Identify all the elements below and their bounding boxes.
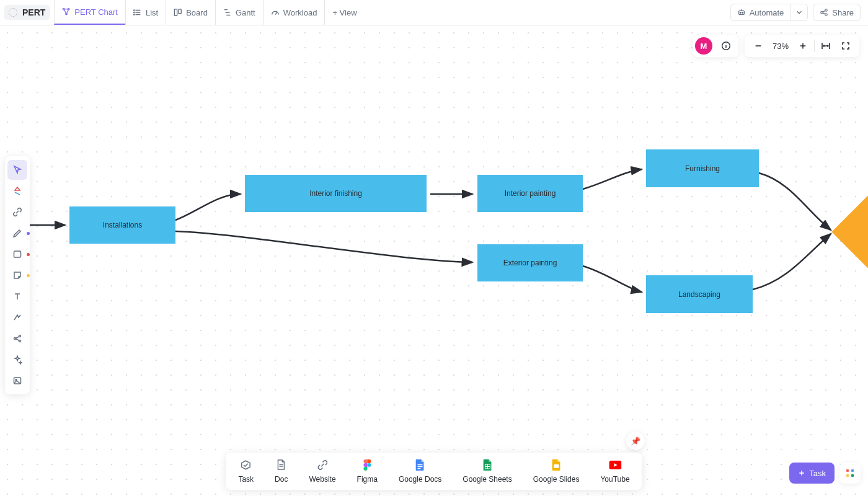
tool-mindmap[interactable] [7,329,27,348]
svg-point-9 [740,12,741,14]
edge[interactable] [175,231,472,262]
node-interior-finishing[interactable]: Interior finishing [245,175,427,212]
apps-grid-icon [845,468,855,478]
edge[interactable] [583,169,642,189]
dock-label: Doc [275,475,288,484]
node-installations[interactable]: Installations [69,206,175,244]
google-docs-icon [414,459,427,471]
pert-canvas[interactable]: Installations Interior finishing Interio… [0,25,868,496]
node-label: Landscaping [678,290,720,299]
tab-label: PERT Chart [74,7,118,17]
dock-task[interactable]: Task [238,459,254,484]
apps-button[interactable] [839,463,861,484]
fit-width-button[interactable] [816,35,836,57]
node-label: Furnishing [685,164,720,173]
website-icon [316,459,329,471]
minus-icon [754,42,763,50]
svg-rect-22 [418,464,423,465]
diagram-edges [0,25,868,496]
tab-gantt[interactable]: Gantt [215,0,263,25]
node-interior-painting[interactable]: Interior painting [477,175,583,212]
dock-figma[interactable]: Figma [357,459,378,484]
fullscreen-button[interactable] [836,35,856,57]
tool-rectangle[interactable] [7,244,27,264]
node-landscaping[interactable]: Landscaping [646,275,753,313]
dock-label: Google Slides [533,475,580,484]
automate-button[interactable]: Automate [730,4,791,21]
status-circle-icon [9,8,17,17]
project-title-chip[interactable]: PERT [4,5,50,20]
svg-point-10 [742,12,743,14]
plus-icon [799,42,807,50]
tool-image[interactable] [7,371,27,391]
tab-pert-chart[interactable]: PERT Chart [54,0,125,25]
dock-website[interactable]: Website [309,459,335,484]
tool-sticky[interactable] [7,265,27,285]
dock-google-sheets[interactable]: Google Sheets [463,459,512,484]
avatar[interactable]: M [695,37,712,55]
edge[interactable] [583,266,642,292]
dock-google-docs[interactable]: Google Docs [399,459,441,484]
tool-ai[interactable] [7,350,27,370]
gantt-icon [223,8,232,17]
zoom-level: 73% [768,42,793,51]
info-icon [721,41,731,51]
svg-point-21 [367,463,371,467]
svg-rect-30 [846,474,849,477]
text-icon [12,291,22,301]
network-icon [62,7,71,16]
dock-label: Google Docs [399,475,441,484]
sparkle-icon [12,355,22,365]
tab-board[interactable]: Board [166,0,215,25]
svg-point-4 [134,12,135,12]
tool-connector[interactable] [7,308,27,327]
svg-point-12 [825,9,828,12]
svg-point-16 [14,338,16,340]
node-furnishing[interactable]: Furnishing [646,149,759,187]
dock-label: YouTube [600,475,629,484]
figma-icon [361,459,373,471]
tab-list[interactable]: List [125,0,166,25]
svg-rect-15 [14,251,21,257]
zoom-out-button[interactable] [748,35,768,57]
automate-caret[interactable] [790,4,808,21]
info-button[interactable] [716,35,736,57]
tool-pen[interactable] [7,223,27,243]
list-icon [133,8,142,17]
share-button[interactable]: Share [813,4,861,21]
chevron-down-icon [795,8,804,17]
tool-select[interactable] [7,160,27,180]
svg-point-11 [821,11,823,14]
google-sheets-icon [481,459,494,471]
dock-doc[interactable]: Doc [275,459,288,484]
tool-link[interactable] [7,202,27,222]
pin-icon: 📌 [631,436,640,446]
new-task-button[interactable]: Task [789,463,835,484]
add-view-button[interactable]: + View [324,0,364,25]
svg-point-2 [66,13,68,15]
tab-label: Workload [283,8,317,17]
dock-pin-button[interactable]: 📌 [626,432,645,450]
svg-point-17 [19,335,21,337]
bottom-right-buttons: Task [789,463,861,484]
share-label: Share [832,8,854,17]
zoom-in-button[interactable] [793,35,813,57]
view-tab-bar: PERT PERT Chart List Board Gantt Workloa… [0,0,868,25]
node-label: Interior painting [505,189,556,198]
active-color-dot [27,274,30,277]
edge[interactable] [753,234,831,290]
node-exterior-painting[interactable]: Exterior painting [477,244,583,281]
cursor-icon [12,165,22,175]
dock-google-slides[interactable]: Google Slides [533,459,580,484]
tab-label: Board [186,8,208,17]
tab-workload[interactable]: Workload [263,0,325,25]
edge[interactable] [175,194,241,220]
edge[interactable] [759,173,831,230]
node-label: Interior finishing [309,189,362,198]
gauge-icon [271,8,280,17]
tool-whiteboard[interactable] [7,181,27,201]
svg-point-20 [16,379,17,381]
tool-text[interactable] [7,286,27,306]
project-title: PERT [22,7,45,17]
dock-youtube[interactable]: YouTube [600,459,629,484]
